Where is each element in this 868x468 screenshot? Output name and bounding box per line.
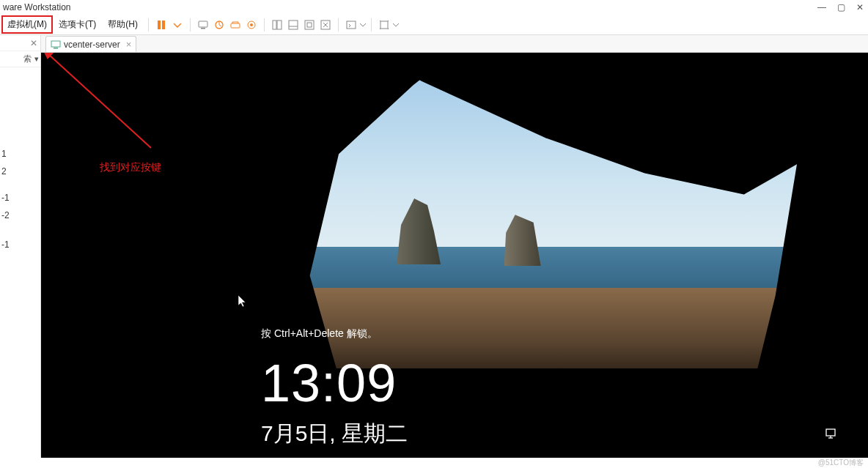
sidebar-header: ✕ — [0, 35, 40, 51]
close-button[interactable]: ✕ — [855, 2, 865, 12]
lock-date: 7月5日, 星期二 — [261, 419, 408, 449]
menu-help[interactable]: 帮助(H) — [102, 15, 144, 34]
fullscreen-icon[interactable] — [317, 17, 334, 33]
svg-rect-16 — [380, 21, 388, 29]
menubar: 虚拟机(M) 选项卡(T) 帮助(H) — [0, 15, 868, 35]
snapshot-manager-icon[interactable] — [227, 17, 243, 33]
svg-rect-1 — [162, 21, 165, 29]
svg-point-7 — [250, 23, 253, 26]
app-title: ware Workstation — [3, 2, 70, 12]
menu-vm[interactable]: 虚拟机(M) — [1, 15, 53, 34]
tab-close-icon[interactable]: × — [123, 39, 132, 50]
tab-vcenter-server[interactable]: vcenter-server × — [45, 36, 136, 52]
svg-rect-3 — [201, 28, 205, 29]
stretch-icon[interactable] — [376, 17, 392, 33]
window-controls: — ▢ ✕ — [817, 2, 865, 12]
network-icon[interactable] — [824, 426, 839, 443]
view-single-icon[interactable] — [269, 17, 285, 33]
separator — [148, 18, 149, 31]
maximize-button[interactable]: ▢ — [836, 2, 846, 12]
unlock-hint: 按 Ctrl+Alt+Delete 解锁。 — [261, 327, 378, 341]
svg-rect-9 — [277, 21, 282, 29]
vm-icon — [51, 40, 61, 50]
watermark: @51CTO博客 — [0, 458, 868, 468]
svg-rect-10 — [289, 21, 298, 29]
console-icon[interactable] — [343, 17, 359, 33]
annotation-label: 找到对应按键 — [100, 161, 161, 174]
minimize-button[interactable]: — — [817, 2, 827, 12]
list-item[interactable]: -1 — [1, 236, 39, 253]
list-item[interactable]: -1 — [1, 189, 39, 207]
sidebar-search[interactable]: 索 ▾ — [0, 51, 40, 67]
unity-icon[interactable] — [301, 17, 317, 33]
list-item[interactable]: 2 — [1, 163, 39, 180]
sidebar-close-icon[interactable]: ✕ — [30, 38, 37, 48]
separator — [190, 18, 191, 31]
snapshot-icon[interactable] — [211, 17, 227, 33]
svg-rect-15 — [347, 21, 356, 29]
separator — [371, 18, 372, 31]
svg-rect-5 — [231, 23, 240, 28]
titlebar: ware Workstation — ▢ ✕ — [0, 0, 868, 15]
bg-cave — [41, 368, 868, 458]
sidebar-tree: 1 2 -1 -2 -1 — [0, 67, 40, 258]
list-item[interactable]: -2 — [1, 207, 39, 224]
vm-console-view[interactable]: 按 Ctrl+Alt+Delete 解锁。 13:09 7月5日, 星期二 找到… — [41, 53, 868, 458]
tabs-row: vcenter-server × — [41, 35, 868, 53]
svg-rect-0 — [158, 21, 161, 29]
mouse-cursor-icon — [238, 294, 248, 309]
send-ctrl-alt-del-icon[interactable] — [195, 17, 211, 33]
list-item[interactable]: 1 — [1, 145, 39, 163]
windows-lock-screen: 按 Ctrl+Alt+Delete 解锁。 13:09 7月5日, 星期二 — [41, 53, 868, 458]
svg-rect-13 — [307, 23, 312, 27]
tab-label: vcenter-server — [64, 40, 120, 50]
menu-tabs[interactable]: 选项卡(T) — [53, 15, 102, 34]
sidebar: ✕ 索 ▾ 1 2 -1 -2 -1 — [0, 35, 41, 458]
dropdown-icon[interactable] — [392, 17, 400, 33]
svg-rect-18 — [54, 48, 58, 49]
dropdown-icon[interactable] — [169, 17, 185, 33]
pause-button[interactable] — [153, 17, 169, 33]
lock-time: 13:09 — [261, 353, 397, 413]
main-area: vcenter-server × 按 Ctrl+Alt+Delete 解锁。 1… — [41, 35, 868, 458]
svg-rect-8 — [273, 21, 276, 29]
separator — [338, 18, 339, 31]
dropdown-icon[interactable] — [359, 17, 367, 33]
svg-rect-12 — [305, 21, 314, 29]
search-label: 索 — [23, 53, 32, 64]
svg-rect-19 — [826, 429, 835, 436]
svg-rect-2 — [199, 21, 207, 27]
separator — [264, 18, 265, 31]
revert-icon[interactable] — [243, 17, 260, 33]
view-split-icon[interactable] — [285, 17, 301, 33]
svg-rect-17 — [51, 41, 60, 47]
